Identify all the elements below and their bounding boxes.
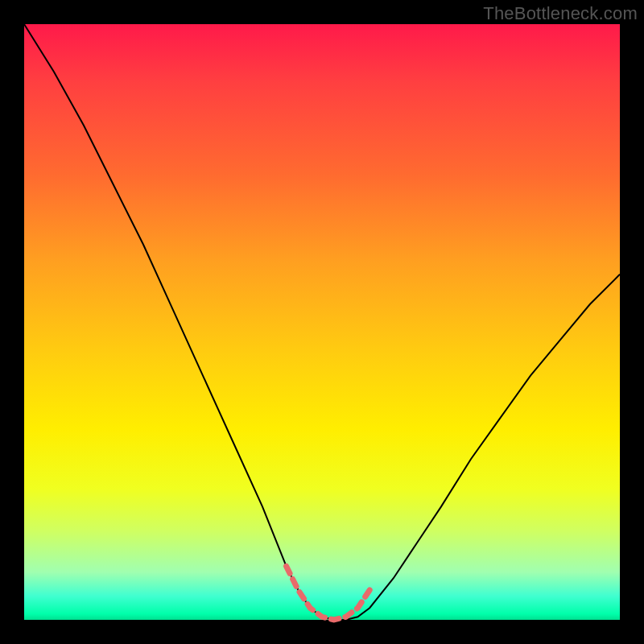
bottleneck-curve <box>24 24 620 620</box>
watermark-text: TheBottleneck.com <box>483 3 638 24</box>
curve-svg <box>24 24 620 620</box>
optimal-range-highlight <box>287 566 370 620</box>
